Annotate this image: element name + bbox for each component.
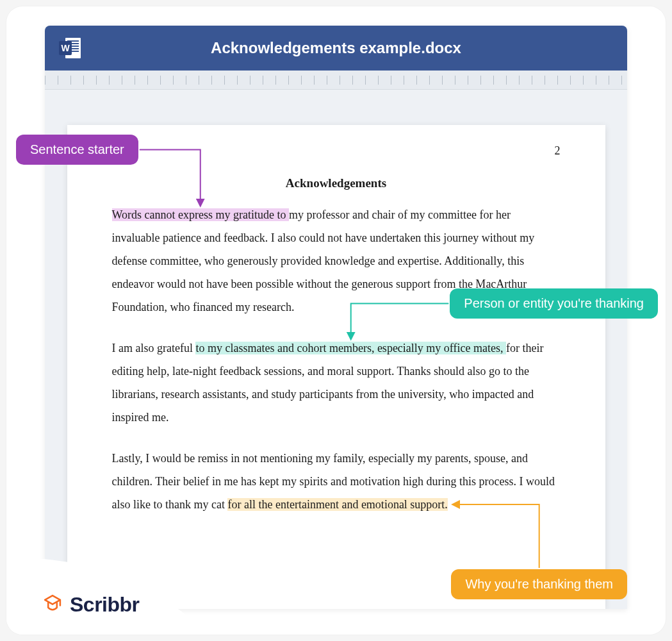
document-heading: Acknowledgements bbox=[112, 176, 561, 190]
callout-person-entity: Person or entity you're thanking bbox=[450, 288, 658, 319]
diagram-card: W Acknowledgements example.docx 2 Acknow… bbox=[6, 6, 666, 635]
document-title: Acknowledgements example.docx bbox=[45, 39, 627, 57]
brand-name: Scribbr bbox=[70, 593, 140, 617]
page-number: 2 bbox=[555, 144, 561, 158]
svg-text:W: W bbox=[61, 43, 70, 53]
ruler bbox=[45, 71, 627, 90]
paragraph-3: Lastly, I would be remiss in not mention… bbox=[112, 447, 561, 516]
word-titlebar: W Acknowledgements example.docx bbox=[45, 26, 627, 71]
paragraph-2: I am also grateful to my classmates and … bbox=[112, 337, 561, 429]
callout-reason: Why you're thanking them bbox=[451, 569, 627, 599]
document-page: 2 Acknowledgements Words cannot express … bbox=[67, 125, 605, 609]
highlight-person-entity: to my classmates and cohort members, esp… bbox=[195, 342, 506, 354]
highlight-sentence-starter: Words cannot express my gratitude to bbox=[112, 208, 290, 221]
highlight-reason: for all the entertainment and emotional … bbox=[227, 498, 447, 511]
callout-sentence-starter: Sentence starter bbox=[16, 135, 138, 165]
scribbr-mark-icon bbox=[42, 592, 63, 617]
brand-logo-corner: Scribbr bbox=[6, 558, 211, 635]
p2-before: I am also grateful bbox=[112, 342, 196, 354]
page-area: 2 Acknowledgements Words cannot express … bbox=[45, 90, 627, 609]
word-icon: W bbox=[58, 35, 83, 61]
